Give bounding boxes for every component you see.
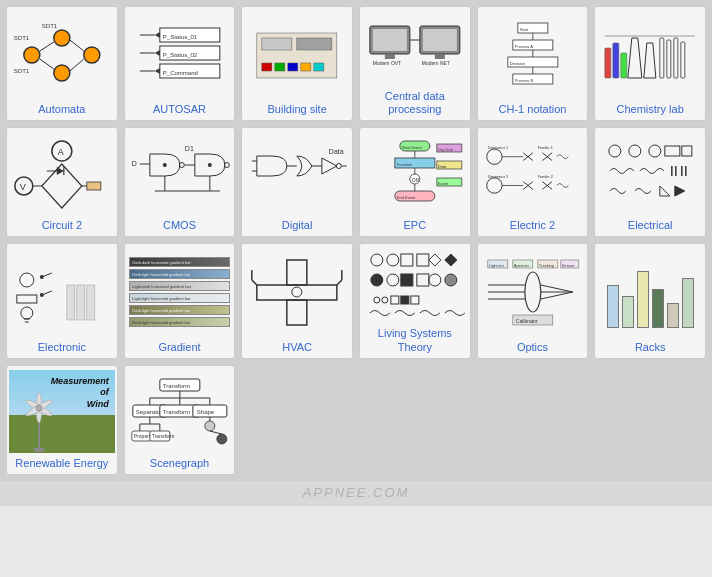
cell-chemistry-label: Chemistry lab: [615, 103, 686, 116]
cell-scenegraph[interactable]: Transform Separator Transform Shape: [124, 365, 236, 475]
svg-rect-28: [288, 63, 298, 71]
svg-text:Process A: Process A: [514, 44, 532, 49]
cell-renewable-label: Renewable Energy: [13, 457, 110, 470]
cell-electrical-label: Electrical: [626, 219, 675, 232]
cell-electronic-label: Electronic: [36, 341, 88, 354]
svg-point-170: [524, 272, 540, 312]
svg-text:Event: Event: [438, 181, 449, 186]
svg-text:Data: Data: [329, 148, 344, 155]
cell-cmos-image: D D1: [127, 132, 233, 215]
cell-electronic[interactable]: Electronic: [6, 243, 118, 358]
svg-text:OR: OR: [412, 177, 420, 183]
cell-central-data-image: Modem OVT Modem NET: [362, 11, 468, 86]
svg-rect-33: [385, 54, 395, 59]
svg-text:Shape: Shape: [196, 409, 214, 415]
svg-point-76: [162, 163, 166, 167]
cell-living-systems-label: Living Systems Theory: [362, 327, 468, 353]
svg-rect-24: [262, 38, 292, 50]
svg-text:Separator: Separator: [135, 409, 161, 415]
cell-building-site-label: Building site: [265, 103, 328, 116]
cell-optics[interactable]: Light src Aperture Tracking Sensor Calib…: [477, 243, 589, 358]
cell-electrical[interactable]: Electrical: [594, 127, 706, 237]
svg-marker-132: [675, 186, 685, 196]
svg-point-1: [54, 30, 70, 46]
svg-rect-36: [435, 54, 445, 59]
cell-electric2-image: Generator 1 Generator 2 Feeder 1 Feeder …: [480, 132, 586, 215]
svg-text:Modem OVT: Modem OVT: [373, 60, 401, 66]
svg-text:SDT1: SDT1: [14, 68, 30, 74]
grad-bar-1: Dark-dark horizontal gradient bar: [129, 257, 229, 267]
cell-ch1[interactable]: Start Process A Decision Process B CH-1 …: [477, 6, 589, 121]
cell-hvac-image: [244, 248, 350, 336]
cell-building-site[interactable]: Building site: [241, 6, 353, 121]
cell-central-data[interactable]: Modem OVT Modem NET Central data process…: [359, 6, 471, 121]
svg-rect-35: [423, 29, 457, 51]
svg-line-4: [40, 42, 54, 51]
grad-bar-4: Light-light horizontal gradient bar: [129, 293, 229, 303]
cell-automata-image: SDT1 SDT1 SDT1: [9, 11, 115, 99]
svg-line-7: [70, 59, 84, 71]
svg-marker-19: [154, 68, 159, 74]
svg-text:Light src: Light src: [488, 263, 503, 268]
svg-rect-27: [275, 63, 285, 71]
svg-text:End Event: End Event: [397, 195, 416, 200]
cell-building-site-image: [244, 11, 350, 99]
cell-chemistry[interactable]: Chemistry lab: [594, 6, 706, 121]
cell-gradient[interactable]: Dark-dark horizontal gradient bar Dark-l…: [124, 243, 236, 358]
cell-epc[interactable]: Start Event Function OR End Event Org Un…: [359, 127, 471, 237]
svg-point-142: [21, 307, 33, 319]
svg-point-0: [24, 47, 40, 63]
svg-point-140: [40, 293, 44, 297]
svg-text:Calibrator: Calibrator: [515, 318, 537, 324]
watermark: APPNEE.COM: [0, 481, 712, 506]
svg-point-166: [382, 297, 388, 303]
cell-renewable-image: MeasurementofWind: [9, 370, 115, 453]
cell-automata-label: Automata: [36, 103, 87, 116]
cell-racks[interactable]: Racks: [594, 243, 706, 358]
cell-hvac[interactable]: HVAC: [241, 243, 353, 358]
cell-cmos-label: CMOS: [161, 219, 198, 232]
svg-marker-157: [429, 254, 441, 266]
cell-digital[interactable]: Data Digital: [241, 127, 353, 237]
cell-epc-label: EPC: [402, 219, 429, 232]
svg-marker-17: [154, 32, 159, 38]
cell-gradient-image: Dark-dark horizontal gradient bar Dark-l…: [127, 248, 233, 336]
svg-rect-167: [391, 296, 399, 304]
rack-bar-2: [622, 296, 634, 328]
svg-point-159: [371, 274, 383, 286]
svg-line-6: [70, 40, 84, 51]
svg-text:Start: Start: [519, 27, 528, 32]
svg-point-163: [429, 274, 441, 286]
svg-rect-57: [681, 42, 685, 78]
rack-bar-1: [607, 285, 619, 328]
cell-circuit2[interactable]: A V Circuit 2: [6, 127, 118, 237]
cell-epc-image: Start Event Function OR End Event Org Un…: [362, 132, 468, 215]
cell-electric2-label: Electric 2: [508, 219, 557, 232]
svg-text:Aperture: Aperture: [513, 263, 529, 268]
cell-living-systems[interactable]: Living Systems Theory: [359, 243, 471, 358]
svg-text:A: A: [58, 147, 64, 157]
svg-rect-26: [262, 63, 272, 71]
rack-bar-6: [682, 278, 694, 328]
svg-rect-25: [297, 38, 332, 50]
svg-rect-168: [401, 296, 409, 304]
svg-rect-56: [674, 38, 678, 78]
cell-automata[interactable]: SDT1 SDT1 SDT1 Automata: [6, 6, 118, 121]
cell-electric2[interactable]: Generator 1 Generator 2 Feeder 1 Feeder …: [477, 127, 589, 237]
cell-autosar[interactable]: P_Status_01 P_Status_02 P_Command AUTOSA…: [124, 6, 236, 121]
svg-marker-131: [660, 186, 670, 196]
svg-text:D1: D1: [184, 145, 193, 152]
cell-hvac-label: HVAC: [280, 341, 314, 354]
svg-rect-51: [605, 48, 611, 78]
svg-marker-18: [154, 50, 159, 56]
svg-rect-161: [401, 274, 413, 286]
svg-point-215: [216, 434, 226, 444]
svg-marker-192: [33, 448, 45, 452]
svg-text:P_Status_01: P_Status_01: [162, 34, 197, 40]
svg-point-164: [445, 274, 457, 286]
cell-cmos[interactable]: D D1 CMOS: [124, 127, 236, 237]
svg-text:V: V: [20, 182, 26, 192]
cell-renewable[interactable]: MeasurementofWind Renewable Energy: [6, 365, 118, 475]
svg-point-154: [387, 254, 399, 266]
svg-point-124: [649, 145, 661, 157]
